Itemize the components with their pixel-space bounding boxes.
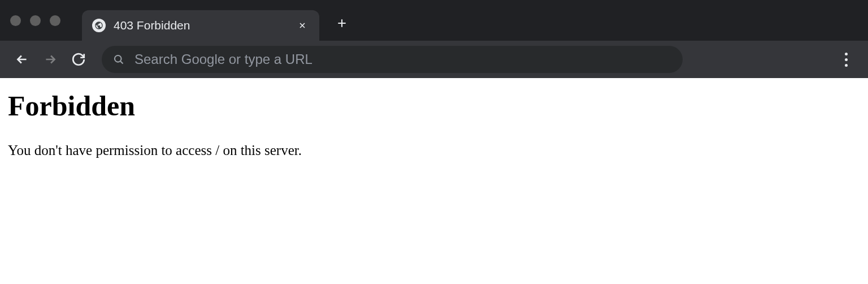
tab-bar: 403 Forbidden: [0, 0, 868, 41]
error-message: You don't have permission to access / on…: [8, 143, 860, 158]
tab-title: 403 Forbidden: [114, 19, 296, 32]
tab-close-button[interactable]: [296, 19, 309, 32]
browser-toolbar: [0, 41, 868, 78]
forward-button[interactable]: [38, 48, 62, 71]
browser-chrome: 403 Forbidden: [0, 0, 868, 78]
svg-point-0: [115, 55, 121, 62]
window-maximize-button[interactable]: [50, 15, 60, 26]
window-controls: [10, 15, 60, 26]
svg-line-1: [120, 61, 123, 64]
address-bar[interactable]: [102, 46, 683, 73]
globe-icon: [92, 19, 106, 32]
window-close-button[interactable]: [10, 15, 21, 26]
search-icon: [113, 54, 124, 65]
browser-menu-button[interactable]: [834, 48, 858, 71]
page-content: Forbidden You don't have permission to a…: [0, 78, 868, 170]
back-button[interactable]: [10, 48, 34, 71]
error-heading: Forbidden: [8, 89, 860, 122]
reload-button[interactable]: [67, 48, 90, 71]
url-input[interactable]: [134, 51, 671, 67]
more-vertical-icon: [845, 53, 848, 67]
new-tab-button[interactable]: [332, 13, 352, 33]
browser-tab[interactable]: 403 Forbidden: [82, 10, 319, 41]
window-minimize-button[interactable]: [30, 15, 41, 26]
